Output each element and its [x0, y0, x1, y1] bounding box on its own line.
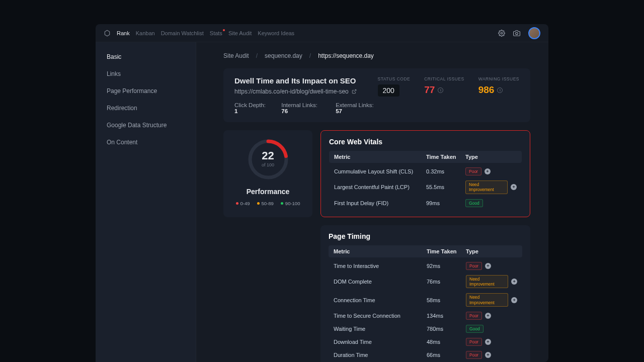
status-code-block: STATUS CODE 200: [378, 76, 411, 97]
metric-cell: Waiting Time: [334, 326, 427, 332]
sidebar-item[interactable]: Basic: [96, 48, 196, 65]
meta-row: Click Depth: 1 Internal Links: 76 Extern…: [234, 102, 378, 114]
time-cell: 134ms: [427, 313, 466, 319]
sidebar: BasicLinksPage PerformanceRedirectionGoo…: [96, 42, 196, 362]
metric-cell: Duration Time: [334, 352, 427, 358]
performance-card: 22 of 100 Performance 0-49 50-89 90-100: [223, 130, 312, 217]
breadcrumb-sep: /: [309, 52, 311, 59]
stat-label: CRITICAL ISSUES: [424, 76, 464, 81]
col-type: Type: [466, 248, 517, 254]
plus-icon[interactable]: +: [485, 263, 491, 269]
external-links: External Links: 57: [336, 102, 377, 114]
topnav-item[interactable]: Site Audit: [228, 30, 252, 36]
time-cell: 780ms: [427, 326, 466, 332]
external-link-icon: [352, 89, 357, 94]
sidebar-item[interactable]: Links: [96, 65, 196, 82]
col-type: Type: [465, 154, 517, 160]
time-cell: 76ms: [427, 279, 466, 285]
notification-dot: [223, 29, 225, 31]
status-badge: Good: [466, 325, 484, 333]
topnav-item[interactable]: Domain Watchlist: [161, 30, 204, 36]
metric-cell: Connection Time: [334, 297, 427, 303]
metric-cell: First Input Delay (FID): [334, 200, 426, 206]
stat-label: WARNING ISSUES: [478, 76, 519, 81]
plus-icon[interactable]: +: [485, 313, 491, 319]
timing-title: Page Timing: [329, 232, 522, 240]
camera-icon[interactable]: [513, 30, 520, 37]
sidebar-item[interactable]: On Content: [96, 134, 196, 151]
main-content: Site Audit / sequence.day / https://sequ…: [196, 42, 548, 362]
type-cell: Poor+: [466, 262, 517, 270]
svg-point-0: [501, 32, 503, 34]
timing-table: Metric Time Taken Type Time to Interacti…: [329, 245, 522, 362]
performance-legend: 0-49 50-89 90-100: [236, 201, 300, 206]
cwv-table: Metric Time Taken Type Cummulative Layou…: [329, 151, 522, 210]
breadcrumb: Site Audit / sequence.day / https://sequ…: [223, 52, 530, 59]
logo-icon: [104, 30, 111, 37]
plus-icon[interactable]: +: [485, 352, 491, 358]
table-row: First Input Delay (FID)99msGood: [329, 197, 522, 210]
app-window: RankKanbanDomain WatchlistStatsSite Audi…: [96, 24, 548, 362]
type-cell: Need Improvement+: [466, 275, 517, 288]
col-metric: Metric: [334, 248, 427, 254]
type-cell: Poor+: [466, 338, 517, 346]
status-badge: Poor: [465, 167, 481, 175]
type-cell: Need Improvement+: [465, 180, 517, 194]
status-badge: Need Improvement: [466, 293, 508, 306]
header-right: STATUS CODE 200 CRITICAL ISSUES 77 i WAR…: [378, 76, 519, 114]
status-badge: Poor: [466, 351, 482, 359]
type-cell: Poor+: [466, 312, 517, 320]
page-title: Dwell Time and Its Impact on SEO: [234, 76, 378, 85]
col-time: Time Taken: [427, 248, 466, 254]
breadcrumb-part[interactable]: Site Audit: [223, 52, 249, 59]
time-cell: 58ms: [427, 297, 466, 303]
gauge-sub: of 100: [262, 162, 274, 167]
col-time: Time Taken: [426, 154, 465, 160]
header-left: Dwell Time and Its Impact on SEO https:/…: [234, 76, 378, 114]
status-badge: Need Improvement: [466, 275, 508, 288]
table-row: Waiting Time780msGood: [329, 322, 522, 335]
breadcrumb-sep: /: [256, 52, 258, 59]
time-cell: 92ms: [427, 263, 466, 269]
table-row: Connection Time58msNeed Improvement+: [329, 291, 522, 309]
metric-cell: DOM Complete: [334, 279, 427, 285]
col-metric: Metric: [334, 154, 426, 160]
plus-icon[interactable]: +: [511, 279, 517, 285]
status-badge: Need Improvement: [465, 180, 508, 194]
info-icon[interactable]: i: [497, 87, 503, 93]
plus-icon[interactable]: +: [485, 339, 491, 345]
core-web-vitals-card: Core Web Vitals Metric Time Taken Type C…: [320, 130, 530, 217]
breadcrumb-part[interactable]: sequence.day: [265, 52, 302, 59]
table-row: Download Time48msPoor+: [329, 335, 522, 348]
info-icon[interactable]: i: [438, 87, 443, 93]
critical-count: 77 i: [424, 84, 464, 96]
plus-icon[interactable]: +: [511, 184, 517, 190]
table-row: Time to Interactive92msPoor+: [329, 259, 522, 273]
top-nav: RankKanbanDomain WatchlistStatsSite Audi…: [117, 30, 294, 36]
svg-line-2: [354, 89, 356, 92]
page-url[interactable]: https://cmlabs.co/en-id/blog/dwell-time-…: [234, 88, 378, 95]
plus-icon[interactable]: +: [485, 168, 491, 174]
metric-cell: Cummulative Layout Shift (CLS): [334, 168, 426, 174]
page-url-text: https://cmlabs.co/en-id/blog/dwell-time-…: [234, 88, 349, 95]
metric-cell: Time to Secure Connection: [334, 313, 427, 319]
svg-point-1: [516, 32, 518, 35]
sidebar-item[interactable]: Page Performance: [96, 82, 196, 100]
table-row: Largest Contentful Paint (LCP)55.5msNeed…: [329, 178, 522, 196]
topbar-right: [498, 27, 540, 39]
settings-icon[interactable]: [498, 30, 505, 37]
type-cell: Good: [465, 199, 517, 207]
metric-cell: Download Time: [334, 339, 427, 345]
sidebar-item[interactable]: Redirection: [96, 100, 196, 117]
warning-count: 986 i: [478, 84, 519, 96]
status-badge: Poor: [466, 312, 482, 320]
plus-icon[interactable]: +: [511, 297, 517, 303]
cwv-title: Core Web Vitals: [329, 138, 522, 146]
time-cell: 0.32ms: [426, 168, 465, 174]
avatar[interactable]: [528, 27, 540, 39]
sidebar-item[interactable]: Google Data Structure: [96, 117, 196, 134]
topnav-item[interactable]: Rank: [117, 30, 130, 36]
topnav-item[interactable]: Keyword Ideas: [258, 30, 294, 36]
topnav-item[interactable]: Kanban: [136, 30, 155, 36]
topnav-item[interactable]: Stats: [210, 30, 222, 36]
